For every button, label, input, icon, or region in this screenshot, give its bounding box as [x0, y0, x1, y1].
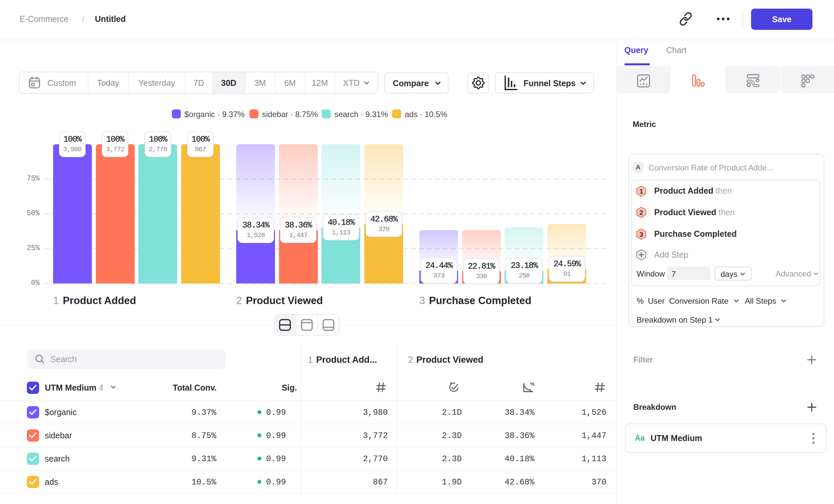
svg-text:%: %: [530, 381, 534, 387]
